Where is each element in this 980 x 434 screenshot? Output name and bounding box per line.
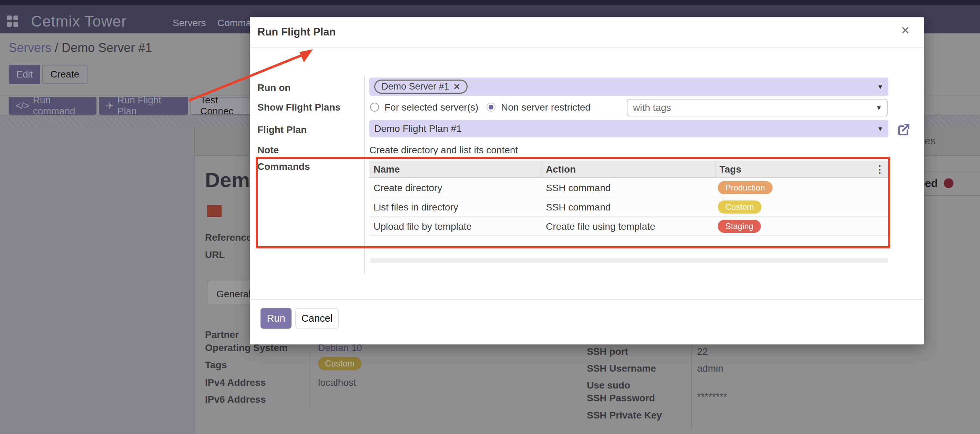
chevron-down-icon: ▾ [877, 103, 881, 112]
radio-for-selected-servers[interactable] [370, 103, 379, 111]
server-color-swatch[interactable] [207, 205, 222, 218]
cancel-button[interactable]: Cancel [295, 308, 339, 329]
note-label: Note [258, 145, 279, 156]
show-flight-plans-label: Show Flight Plans [258, 102, 340, 113]
radio-non-server-restricted[interactable] [487, 103, 495, 111]
breadcrumb-servers-link[interactable]: Servers [9, 41, 51, 55]
apps-grid-icon[interactable] [7, 16, 19, 27]
modal-label-separator [364, 75, 365, 274]
reference-label: Reference [205, 232, 251, 243]
ssh-username-label: SSH Username [587, 363, 656, 374]
commands-table: Name Action Tags ⋮ Create directory SSH … [369, 161, 888, 236]
test-connection-button[interactable]: Test Connec [191, 97, 259, 115]
ssh-password-value: ******** [697, 391, 727, 402]
sheet-header-text-partial: es [924, 135, 935, 147]
partner-label: Partner [205, 329, 239, 340]
use-sudo-label: Use sudo [587, 380, 630, 391]
run-on-field[interactable]: Demo Server #1 ✕ ▾ [369, 78, 888, 96]
run-on-label: Run on [258, 82, 291, 93]
tags-label: Tags [205, 359, 227, 370]
run-flight-plan-button[interactable]: ✈ Run Flight Plan [99, 97, 188, 115]
modal-title: Run Flight Plan [258, 26, 336, 38]
ssh-port-label: SSH port [587, 346, 628, 357]
chevron-down-icon: ▾ [878, 124, 882, 133]
radio-non-server-restricted-label[interactable]: Non server restricted [501, 102, 590, 113]
url-label: URL [205, 250, 225, 261]
ssh-port-value: 22 [697, 346, 708, 357]
create-button[interactable]: Create [42, 65, 88, 84]
run-command-button[interactable]: </> Run command [9, 97, 97, 115]
run-button[interactable]: Run [261, 308, 291, 329]
server-tag-custom: Custom [318, 357, 361, 370]
app-brand[interactable]: Cetmix Tower [31, 13, 127, 30]
commands-table-header: Name Action Tags ⋮ [369, 161, 888, 178]
tag-badge: Staging [718, 220, 761, 233]
table-row[interactable]: Upload file by template Create file usin… [369, 217, 888, 236]
ssh-password-label: SSH Password [587, 393, 655, 404]
col-header-action[interactable]: Action [546, 164, 576, 175]
field-separator [691, 343, 692, 429]
flight-plan-select[interactable]: Demo Flight Plan #1 ▾ [369, 120, 888, 137]
ipv4-value: localhost [318, 377, 356, 388]
page-left-margin [0, 127, 194, 434]
screen: Cetmix Tower Servers Commands Files Tool… [0, 0, 980, 434]
table-row[interactable]: List files in directory SSH command Cust… [369, 197, 888, 217]
plane-icon: ✈ [106, 100, 114, 111]
ssh-private-key-label: SSH Private Key [587, 410, 662, 421]
code-icon: </> [16, 100, 29, 111]
chevron-down-icon[interactable]: ▾ [878, 82, 882, 91]
ipv4-label: IPv4 Address [205, 377, 266, 388]
edit-button[interactable]: Edit [9, 65, 40, 84]
stopped-status-dot [944, 178, 953, 188]
col-header-name[interactable]: Name [374, 164, 400, 175]
tags-filter-select[interactable]: with tags ▾ [627, 99, 888, 116]
breadcrumb-separator: / [55, 41, 58, 55]
ipv6-label: IPv6 Address [205, 394, 266, 405]
run-on-server-chip[interactable]: Demo Server #1 ✕ [374, 79, 468, 94]
table-row[interactable]: Create directory SSH command Production [369, 178, 888, 197]
tag-badge: Custom [718, 200, 762, 213]
radio-for-selected-servers-label[interactable]: For selected server(s) [385, 102, 478, 113]
nav-item-servers[interactable]: Servers [173, 17, 206, 29]
chip-remove-icon[interactable]: ✕ [453, 82, 460, 92]
note-value: Create directory and list its content [369, 145, 518, 156]
breadcrumb: Servers / Demo Server #1 [9, 41, 152, 55]
horizontal-scrollbar[interactable] [370, 258, 888, 263]
close-icon[interactable]: × [901, 23, 910, 38]
external-link-icon[interactable] [897, 122, 911, 138]
col-header-tags[interactable]: Tags [719, 164, 741, 175]
optional-columns-icon[interactable]: ⋮ [875, 163, 885, 175]
tag-badge: Production [718, 181, 773, 194]
column-separator [715, 161, 716, 178]
modal-header-divider [250, 47, 924, 48]
breadcrumb-record: Demo Server #1 [62, 41, 152, 55]
run-flight-plan-modal: Run Flight Plan × Run on Demo Server #1 … [250, 17, 924, 345]
modal-footer-divider [250, 299, 924, 300]
window-top-strip [0, 0, 980, 5]
flight-plan-label: Flight Plan [258, 124, 307, 135]
column-separator [542, 161, 542, 178]
ssh-username-value: admin [697, 363, 723, 374]
commands-label: Commands [258, 161, 310, 172]
